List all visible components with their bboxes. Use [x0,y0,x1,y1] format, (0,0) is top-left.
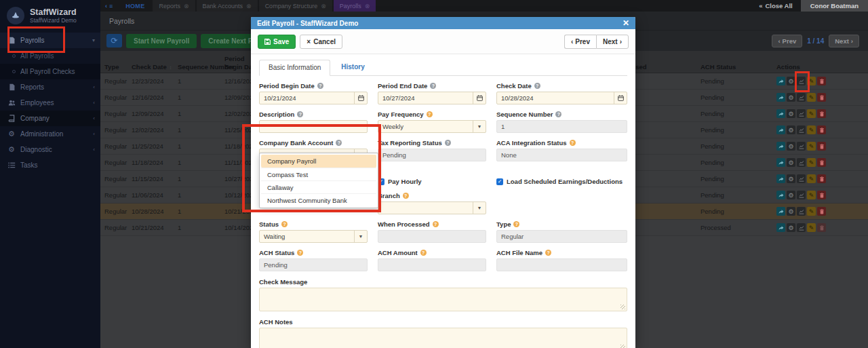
tab-bank-accounts[interactable]: Bank Accounts ⊗ [197,0,258,12]
description-input[interactable] [259,120,368,133]
help-icon[interactable]: ? [534,83,540,89]
help-icon[interactable]: ? [297,111,303,117]
cancel-button[interactable]: × Cancel [300,35,342,49]
chart-button[interactable] [797,223,806,232]
column-header-type[interactable]: Type [100,61,127,73]
gear-button[interactable]: ⚙ [787,93,795,102]
tab-company-structure[interactable]: Company Structure ⊗ [259,0,332,12]
edit-button[interactable]: ✎ [807,93,816,102]
delete-button[interactable] [817,142,826,151]
tab-basic-information[interactable]: Basic Information [259,60,330,76]
calendar-icon[interactable] [614,92,627,104]
chart-button[interactable] [797,158,806,167]
delete-button[interactable] [817,109,826,118]
close-tab-icon[interactable]: ⊗ [184,3,189,9]
chart-button[interactable] [797,109,806,118]
chart-button[interactable] [797,207,806,216]
dropdown-option[interactable]: Callaway [261,180,376,193]
delete-button[interactable] [817,125,826,134]
check-message-textarea[interactable] [259,288,627,311]
sidebar-item-reports[interactable]: Reports ‹ [0,79,100,95]
calendar-icon[interactable] [473,92,486,104]
edit-button[interactable]: ✎ [807,174,816,183]
sidebar-item-company[interactable]: Company ‹ [0,111,100,126]
close-all-button[interactable]: « Close All [751,0,801,12]
gear-button[interactable]: ⚙ [787,207,795,216]
edit-button[interactable]: ✎ [807,223,816,232]
chart-button[interactable] [797,142,806,151]
close-icon[interactable]: ✕ [623,19,629,27]
close-tab-icon[interactable]: ⊗ [246,3,252,9]
dropdown-option[interactable]: Compass Test [261,168,376,180]
edit-button[interactable]: ✎ [807,109,816,118]
dropdown-option[interactable]: Northwest Community Bank [261,193,376,206]
next-page-button[interactable]: Next› [829,35,859,47]
help-icon[interactable]: ? [545,250,551,256]
tab-reports[interactable]: Reports ⊗ [153,0,195,12]
sidebar-item-all-payrolls[interactable]: All Payrolls [0,48,100,64]
gear-button[interactable]: ⚙ [787,158,795,167]
delete-button[interactable] [817,207,826,216]
help-icon[interactable]: ? [570,140,576,146]
sidebar-item-payrolls[interactable]: Payrolls ▾ [0,33,100,48]
check-date-input[interactable]: 10/28/2024 [496,92,627,104]
close-tab-icon[interactable]: ⊗ [321,3,326,9]
share-button[interactable] [776,93,785,102]
help-icon[interactable]: ? [336,140,342,146]
calendar-icon[interactable] [354,92,367,104]
gear-button[interactable]: ⚙ [787,174,795,183]
help-icon[interactable]: ? [513,221,519,227]
help-icon[interactable]: ? [430,83,436,89]
pay-frequency-select[interactable]: Weekly ▼ [378,120,486,133]
share-button[interactable] [776,191,785,199]
pay-hourly-checkbox[interactable]: ✓ Pay Hourly [378,177,486,186]
sidebar-item-tasks[interactable]: Tasks [0,157,100,173]
start-new-payroll-button[interactable]: Start New Payroll [126,34,197,48]
sidebar-item-administration[interactable]: ⚙ Administration ‹ [0,126,100,142]
sidebar-collapse-button[interactable]: ‹ ≡ [100,0,117,12]
help-icon[interactable]: ? [317,83,323,89]
chart-button[interactable] [797,174,806,183]
refresh-button[interactable]: ⟳ [106,34,122,47]
gear-button[interactable]: ⚙ [787,223,795,232]
close-tab-icon[interactable]: ⊗ [365,3,370,9]
gear-button[interactable]: ⚙ [787,191,795,199]
gear-button[interactable]: ⚙ [787,77,795,85]
gear-button[interactable]: ⚙ [787,109,795,118]
edit-button[interactable]: ✎ [807,125,816,134]
ach-notes-textarea[interactable] [259,328,627,348]
save-button[interactable]: Save [258,35,296,49]
help-icon[interactable]: ? [433,221,439,227]
column-header-ach-status[interactable]: ACH Status [696,61,766,73]
share-button[interactable] [776,174,785,183]
sort-icon[interactable]: ↕ [170,64,172,71]
tab-payrolls[interactable]: Payrolls ⊗ [334,0,376,12]
help-icon[interactable]: ? [281,221,288,227]
tab-home[interactable]: HOME [117,0,153,12]
chart-button[interactable] [797,125,806,134]
edit-button[interactable]: ✎ [807,158,816,167]
delete-button[interactable] [817,191,826,199]
delete-button[interactable] [817,174,826,183]
prev-page-button[interactable]: ‹Prev [772,35,802,47]
branch-select[interactable]: ▼ [378,201,486,214]
period-end-date-input[interactable]: 10/27/2024 [378,92,486,104]
share-button[interactable] [776,77,785,85]
gear-button[interactable]: ⚙ [787,142,795,151]
help-icon[interactable]: ? [445,140,451,146]
period-begin-date-input[interactable]: 10/21/2024 [259,92,368,104]
edit-button[interactable]: ✎ [807,142,816,151]
delete-button[interactable] [817,223,826,232]
load-scheduled-checkbox[interactable]: ✓ Load Scheduled Earnings/Deductions [496,177,627,186]
share-button[interactable] [776,142,785,151]
gear-button[interactable]: ⚙ [787,125,795,134]
edit-button[interactable]: ✎ [807,207,816,216]
sidebar-item-diagnostic[interactable]: ⚙ Diagnostic ‹ [0,142,100,157]
help-icon[interactable]: ? [297,250,303,256]
column-header-check-date[interactable]: Check Date↕ [127,61,174,73]
help-icon[interactable]: ? [403,193,409,199]
delete-button[interactable] [817,77,826,85]
sidebar-item-employees[interactable]: Employees ‹ [0,95,100,111]
chart-button[interactable] [797,191,806,199]
help-icon[interactable]: ? [427,111,433,117]
